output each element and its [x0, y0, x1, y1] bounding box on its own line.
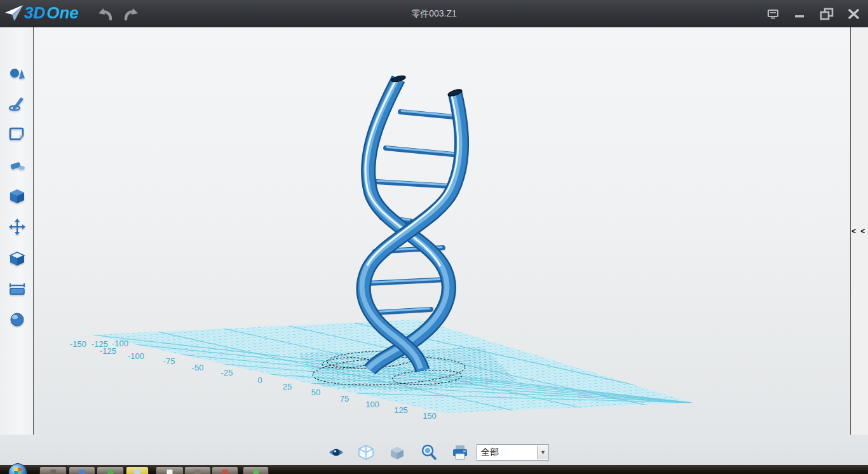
titlebar: 3D One 零件003.Z1: [0, 0, 868, 27]
taskbar-button-folder[interactable]: [126, 466, 149, 474]
close-button[interactable]: [844, 5, 863, 23]
print-icon[interactable]: [452, 444, 468, 461]
extract-box-icon[interactable]: [8, 249, 26, 267]
grid-axis-label: -75: [163, 356, 175, 366]
grid-axis-label: 0: [257, 376, 262, 385]
visibility-eye-icon[interactable]: [328, 444, 344, 461]
grid-axis-label: 150: [423, 411, 437, 421]
grid-axis-label: -125: [100, 346, 116, 356]
grid-axis-label: 75: [340, 394, 349, 403]
measure-ruler-icon[interactable]: [8, 280, 26, 298]
grid-axis-label: -150: [70, 339, 86, 349]
grid-axis-label: -50: [192, 363, 204, 372]
display-filter-dropdown[interactable]: 全部 ▼: [477, 444, 549, 461]
grid-axis-label: 125: [394, 405, 408, 415]
display-filter-value: 全部: [477, 447, 537, 458]
wireframe-cube-icon[interactable]: [358, 444, 374, 461]
material-sphere-icon[interactable]: [8, 311, 26, 328]
taskbar-button[interactable]: [212, 466, 238, 474]
left-toolbar: [0, 27, 34, 435]
grid-axis-label: -25: [221, 368, 233, 377]
taskbar-button[interactable]: [69, 466, 95, 474]
taskbar-button[interactable]: [184, 466, 211, 474]
document-title: 零件003.Z1: [0, 0, 868, 27]
sketch-plane-icon[interactable]: [8, 125, 26, 142]
bottom-toolbar: 全部 ▼: [0, 435, 868, 465]
display-settings-button[interactable]: [763, 5, 782, 23]
panel-collapse-toggle[interactable]: < <: [851, 227, 866, 236]
grid-axis-label: -100: [128, 351, 144, 361]
taskbar-button[interactable]: [243, 466, 269, 474]
windows-taskbar: [0, 465, 868, 474]
minimize-button[interactable]: [790, 5, 809, 23]
move-transform-icon[interactable]: [8, 218, 26, 236]
grid-axis-label: 100: [365, 400, 379, 409]
solid-cube-icon[interactable]: [8, 187, 26, 205]
viewport-3d[interactable]: -150 -125 -100 -125 -100 -75 -50 -25 0 2…: [34, 27, 850, 435]
eraser-icon[interactable]: [8, 157, 26, 175]
restore-button[interactable]: [817, 5, 836, 23]
taskbar-button[interactable]: [156, 466, 184, 474]
chevron-down-icon[interactable]: ▼: [537, 445, 548, 459]
scene-canvas: [34, 27, 850, 435]
3done-application-window: 3D One 零件003.Z1: [0, 0, 868, 474]
shaded-cube-icon[interactable]: [389, 444, 405, 461]
taskbar-button[interactable]: [39, 466, 67, 474]
sketch-draw-icon[interactable]: [8, 94, 26, 112]
grid-axis-label: 50: [311, 388, 320, 397]
minimize-icon: [794, 10, 804, 18]
display-icon: [768, 10, 778, 19]
primitive-shapes-icon[interactable]: [8, 64, 26, 81]
zoom-magnifier-icon[interactable]: [421, 444, 437, 461]
grid-axis-label: 25: [283, 382, 292, 391]
close-icon: [848, 9, 859, 19]
restore-icon: [820, 8, 834, 20]
taskbar-button[interactable]: [97, 466, 124, 474]
windows-flag-icon: [14, 468, 22, 474]
